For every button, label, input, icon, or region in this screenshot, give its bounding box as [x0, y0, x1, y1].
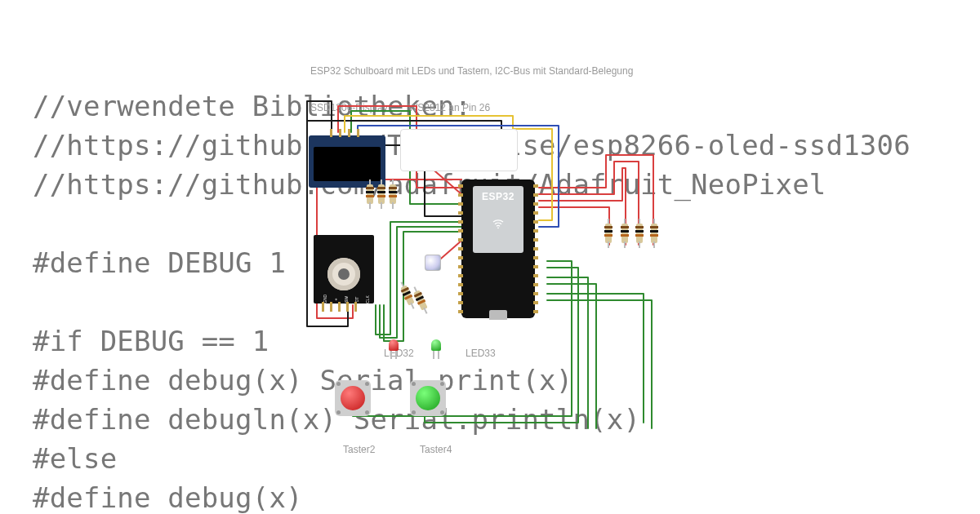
rotary-encoder: GND + SW DT CLK — [314, 235, 374, 304]
wiring-diagram: GND + SW DT CLK — [302, 57, 743, 498]
resistor — [377, 179, 385, 209]
ws2812-led — [425, 255, 441, 271]
resistor — [604, 219, 612, 248]
resistor — [650, 219, 658, 248]
resistor — [366, 179, 374, 209]
ws2812-strip — [400, 129, 518, 171]
svg-point-0 — [497, 227, 499, 228]
esp32-board — [461, 179, 535, 318]
resistor — [389, 179, 397, 209]
resistor — [635, 219, 644, 248]
resistor — [621, 219, 629, 248]
wifi-icon — [492, 217, 505, 230]
led-green — [430, 339, 443, 359]
led-red — [387, 339, 400, 359]
push-button-red — [335, 380, 371, 416]
push-button-green — [410, 380, 446, 416]
